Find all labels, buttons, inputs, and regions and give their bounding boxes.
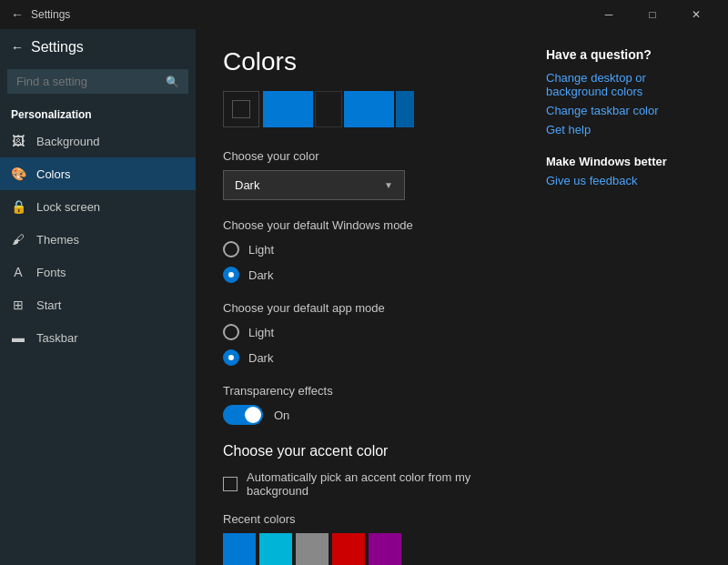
help-link-2[interactable]: Get help xyxy=(546,123,710,136)
themes-icon: 🖌 xyxy=(11,232,25,247)
back-icon[interactable]: ← xyxy=(11,7,24,22)
accent-section-title: Choose your accent color xyxy=(223,443,500,459)
taskbar-icon: ▬ xyxy=(11,330,25,345)
fonts-icon: A xyxy=(11,265,25,279)
swatch-recent-2[interactable] xyxy=(296,533,329,565)
app-mode-light[interactable]: Light xyxy=(223,324,500,340)
sidebar-item-label: Colors xyxy=(36,167,71,181)
sidebar-item-label: Taskbar xyxy=(36,331,78,345)
sidebar-item-label: Start xyxy=(36,298,61,312)
sidebar-item-lock-screen[interactable]: 🔒 Lock screen xyxy=(0,190,196,223)
app-body: ← Settings 🔍 Personalization 🖼 Backgroun… xyxy=(0,29,728,565)
page-title: Colors xyxy=(223,47,500,76)
sidebar-item-themes[interactable]: 🖌 Themes xyxy=(0,223,196,256)
dropdown-arrow-icon: ▼ xyxy=(384,180,393,190)
app-mode-light-label: Light xyxy=(248,326,274,339)
help-link-0[interactable]: Change desktop or background colors xyxy=(546,71,710,98)
windows-mode-dark-label: Dark xyxy=(248,268,273,282)
sidebar-item-label: Fonts xyxy=(36,266,66,279)
auto-accent-row[interactable]: Automatically pick an accent color from … xyxy=(223,470,500,498)
sidebar-search-container[interactable]: 🔍 xyxy=(7,69,188,94)
transparency-value: On xyxy=(274,409,289,422)
search-input[interactable] xyxy=(16,75,144,88)
accent-section: Choose your accent color Automatically p… xyxy=(223,443,500,565)
sidebar-back-nav[interactable]: ← Settings xyxy=(0,29,196,66)
sidebar-item-label: Background xyxy=(36,135,99,148)
titlebar-title: Settings xyxy=(31,8,70,21)
banner-dark-tile xyxy=(223,91,259,127)
sidebar-item-fonts[interactable]: A Fonts xyxy=(0,256,196,288)
swatch-recent-3[interactable] xyxy=(332,533,365,565)
start-icon: ⊞ xyxy=(11,298,25,312)
make-windows-better-title: Make Windows better xyxy=(546,155,710,168)
transparency-section: Transparency effects On xyxy=(223,384,500,425)
app-mode-label: Choose your default app mode xyxy=(223,301,500,315)
dropdown-value: Dark xyxy=(235,178,259,192)
minimize-button[interactable]: ─ xyxy=(588,0,630,29)
sidebar-item-background[interactable]: 🖼 Background xyxy=(0,125,196,157)
radio-circle-light xyxy=(223,241,239,257)
lock-icon: 🔒 xyxy=(11,199,25,214)
sidebar-item-start[interactable]: ⊞ Start xyxy=(0,288,196,321)
auto-accent-label: Automatically pick an accent color from … xyxy=(247,470,500,498)
sidebar-section-title: Personalization xyxy=(0,101,196,125)
app-mode-dark-label: Dark xyxy=(248,351,273,365)
sidebar-settings-label: Settings xyxy=(31,39,84,55)
swatch-recent-0[interactable] xyxy=(223,533,256,565)
color-preview-banner xyxy=(223,91,500,127)
sidebar-item-taskbar[interactable]: ▬ Taskbar xyxy=(0,321,196,354)
radio-circle-dark xyxy=(223,267,239,283)
help-section-2: Make Windows better Give us feedback xyxy=(546,155,710,187)
sidebar: ← Settings 🔍 Personalization 🖼 Backgroun… xyxy=(0,29,196,565)
recent-colors-label: Recent colors xyxy=(223,512,500,526)
windows-mode-light[interactable]: Light xyxy=(223,241,500,257)
banner-blue-tiles xyxy=(263,91,414,127)
windows-mode-light-label: Light xyxy=(248,243,274,257)
auto-accent-checkbox[interactable] xyxy=(223,477,238,491)
color-dropdown[interactable]: Dark ▼ xyxy=(223,170,405,200)
app-mode-group: Choose your default app mode Light Dark xyxy=(223,301,500,366)
toggle-knob xyxy=(245,407,261,423)
search-icon: 🔍 xyxy=(166,76,179,88)
sidebar-item-colors[interactable]: 🎨 Colors xyxy=(0,157,196,190)
transparency-toggle[interactable] xyxy=(223,405,263,425)
sidebar-item-label: Themes xyxy=(36,233,79,247)
transparency-toggle-row: On xyxy=(223,405,500,425)
radio-circle-app-dark xyxy=(223,349,239,366)
windows-mode-label: Choose your default Windows mode xyxy=(223,218,500,232)
titlebar-controls: ─ □ ✕ xyxy=(588,0,717,29)
help-title: Have a question? xyxy=(546,47,710,62)
close-button[interactable]: ✕ xyxy=(675,0,717,29)
background-icon: 🖼 xyxy=(11,134,25,148)
radio-circle-app-light xyxy=(223,324,239,340)
help-link-1[interactable]: Change taskbar color xyxy=(546,104,710,117)
windows-mode-dark[interactable]: Dark xyxy=(223,267,500,283)
app-mode-dark[interactable]: Dark xyxy=(223,349,500,366)
feedback-link[interactable]: Give us feedback xyxy=(546,174,710,187)
back-arrow-icon: ← xyxy=(11,40,24,55)
help-panel: Have a question? Change desktop or backg… xyxy=(528,29,728,565)
choose-color-section: Choose your color Dark ▼ xyxy=(223,149,500,200)
sidebar-item-label: Lock screen xyxy=(36,200,100,214)
colors-icon: 🎨 xyxy=(11,166,25,181)
recent-colors-swatches xyxy=(223,533,500,565)
transparency-label: Transparency effects xyxy=(223,384,500,398)
swatch-recent-1[interactable] xyxy=(259,533,292,565)
main-content: Colors Choose your color Dark ▼ Choose y… xyxy=(196,29,528,565)
windows-mode-group: Choose your default Windows mode Light D… xyxy=(223,218,500,283)
titlebar: ← Settings ─ □ ✕ xyxy=(0,0,728,29)
maximize-button[interactable]: □ xyxy=(632,0,673,29)
recent-colors-section: Recent colors xyxy=(223,512,500,565)
choose-color-label: Choose your color xyxy=(223,149,500,163)
swatch-recent-4[interactable] xyxy=(369,533,401,565)
